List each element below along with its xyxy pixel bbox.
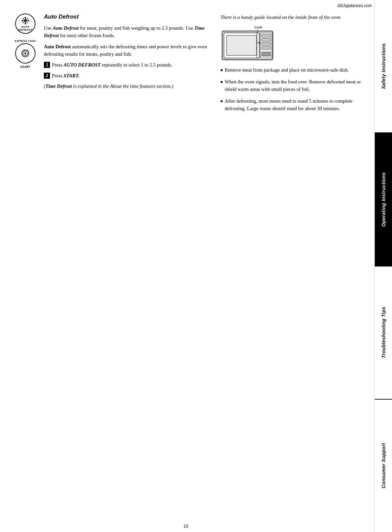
sidebar-section-consumer: Consumer Support xyxy=(375,400,392,532)
sidebar-section-troubleshooting: Troubleshooting Tips xyxy=(375,267,392,400)
microwave-diagram: Guide xyxy=(220,24,275,61)
svg-rect-23 xyxy=(262,39,270,41)
auto-defrost-main-label: DEFROST xyxy=(18,28,32,31)
svg-rect-22 xyxy=(262,34,270,37)
bullet-item-1: Remove meat from package and place on mi… xyxy=(220,66,372,74)
section-title: Auto Defrost xyxy=(44,14,210,20)
start-icon-box: EXPRESS COOK START xyxy=(13,40,38,69)
sidebar-section-operating: Operating Instructions xyxy=(375,133,392,266)
text-content-area: Auto Defrost Use Auto Defrost for meat, … xyxy=(44,14,372,117)
main-content: AUTO DEFROST EXPRESS COOK START Auto Def… xyxy=(10,14,372,518)
svg-rect-24 xyxy=(262,43,270,45)
icons-column: AUTO DEFROST EXPRESS COOK START xyxy=(10,14,41,69)
right-intro-text: There is a handy guide located on the in… xyxy=(220,14,372,21)
right-sidebar: Safety Instructions Operating Instructio… xyxy=(374,0,392,532)
auto-defrost-small-label: AUTO xyxy=(21,25,30,28)
left-column: Auto Defrost Use Auto Defrost for meat, … xyxy=(44,14,210,117)
right-column: There is a handy guide located on the in… xyxy=(220,14,372,117)
step-1-text: Press AUTO DEFROST repeatedly to select … xyxy=(52,61,172,69)
detail-paragraph: Auto Defrost automatically sets the defr… xyxy=(44,43,210,58)
website-header: GEAppliances.com xyxy=(337,3,372,8)
svg-text:Guide: Guide xyxy=(254,26,262,29)
step-1: 1 Press AUTO DEFROST repeatedly to selec… xyxy=(44,61,210,69)
express-cook-label: EXPRESS COOK xyxy=(15,40,36,42)
auto-defrost-icon-box: AUTO DEFROST xyxy=(13,14,38,35)
two-column-layout: Auto Defrost Use Auto Defrost for meat, … xyxy=(44,14,372,117)
svg-point-14 xyxy=(24,52,26,54)
sidebar-label-troubleshooting: Troubleshooting Tips xyxy=(381,307,386,358)
step-2-number: 2 xyxy=(44,73,50,79)
step-2-text: Press START. xyxy=(52,72,79,80)
sidebar-label-safety: Safety Instructions xyxy=(381,43,386,89)
bullet-item-3: After defrosting, most meats need to sta… xyxy=(220,97,372,112)
start-icon xyxy=(15,43,35,64)
bullet-list: Remove meat from package and place on mi… xyxy=(220,66,372,112)
time-defrost-note: (Time Defrost is explained in the About … xyxy=(44,83,210,90)
svg-rect-26 xyxy=(262,52,270,56)
intro-paragraph: Use Auto Defrost for meat, poultry and f… xyxy=(44,24,210,40)
sidebar-label-operating: Operating Instructions xyxy=(381,172,386,227)
auto-defrost-icon: AUTO DEFROST xyxy=(15,14,35,34)
sidebar-label-consumer: Consumer Support xyxy=(381,443,386,488)
step-1-number: 1 xyxy=(44,62,50,68)
bullet-item-2: When the oven signals, turn the food ove… xyxy=(220,78,372,93)
step-2: 2 Press START. xyxy=(44,72,210,80)
svg-rect-25 xyxy=(262,47,270,49)
svg-rect-19 xyxy=(227,35,257,55)
sidebar-section-safety: Safety Instructions xyxy=(375,0,392,133)
start-main-label: START xyxy=(20,65,30,69)
page-number: 15 xyxy=(0,524,372,529)
